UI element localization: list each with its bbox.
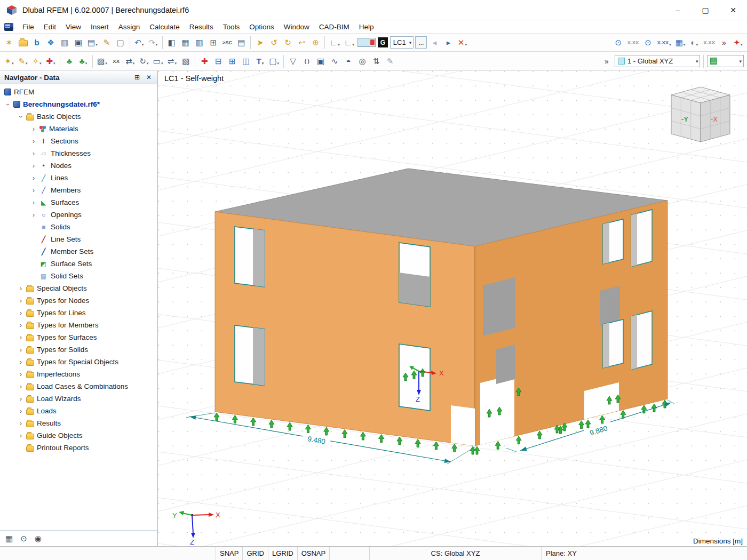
report-icon[interactable]: ▤ — [235, 36, 248, 50]
tree-item-types-for-nodes[interactable]: ›Types for Nodes — [0, 294, 157, 307]
tree-item-members[interactable]: ›╱Members — [0, 184, 157, 196]
generate-nodes-icon[interactable]: ♣ — [63, 54, 76, 68]
tree-item-thicknesses[interactable]: ›▱Thicknesses — [0, 147, 157, 159]
model-viewport[interactable]: 9.480 9.880 — [158, 71, 747, 546]
camera-icon[interactable]: ◉ — [35, 534, 42, 543]
chevron-right-icon[interactable]: › — [17, 297, 25, 305]
chevron-down-icon[interactable]: ▾ — [696, 59, 698, 64]
menu-tools[interactable]: Tools — [218, 20, 245, 34]
chevron-right-icon[interactable]: › — [30, 174, 37, 182]
tree-item-lines[interactable]: ›╱Lines — [0, 172, 157, 184]
save-icon[interactable]: ▣ — [72, 36, 85, 50]
menu-cad-bim[interactable]: CAD-BIM — [314, 20, 354, 34]
shift-objects-icon[interactable]: ▨▾ — [96, 54, 109, 68]
chevron-right-icon[interactable]: › — [30, 162, 37, 170]
chevron-right-icon[interactable]: › — [17, 358, 25, 366]
chevron-down-icon[interactable]: ▾ — [142, 43, 144, 49]
chevron-right-icon[interactable]: › — [17, 334, 25, 341]
window-opening[interactable] — [235, 325, 265, 386]
previous-view-icon[interactable]: ↩ — [295, 36, 308, 50]
chevron-right-icon[interactable]: › — [17, 395, 25, 403]
scale-icon[interactable]: ▭▾ — [152, 54, 165, 68]
mirror-icon[interactable]: ⇌▾ — [165, 54, 178, 68]
cloud-icon[interactable]: b — [30, 36, 43, 50]
brush-icon[interactable]: ✎ — [384, 54, 396, 68]
numbering-values-icon[interactable]: X.XX▾ — [655, 36, 672, 50]
chevron-down-icon[interactable]: ▾ — [147, 61, 149, 68]
chevron-down-icon[interactable]: ▾ — [262, 61, 264, 68]
dimension-aligned-icon[interactable]: ⊞ — [226, 54, 239, 68]
calculate-icon[interactable]: ✦▾ — [732, 36, 744, 50]
delete-loads-icon[interactable]: ✕▾ — [456, 36, 468, 50]
visibility-eye-icon[interactable]: ⊙ — [20, 534, 27, 543]
rfem-menu-icon[interactable] — [4, 23, 13, 31]
close-panel-icon[interactable]: ✕ — [144, 74, 154, 81]
chevron-down-icon[interactable]: ▾ — [352, 43, 354, 49]
paste-icon[interactable]: ▥ — [58, 36, 71, 50]
menu-view[interactable]: View — [61, 20, 86, 34]
renumber-icon[interactable]: XX — [110, 54, 123, 68]
chevron-down-icon[interactable]: ▾ — [338, 43, 340, 49]
undo-icon[interactable]: ↶▾ — [133, 36, 146, 50]
rotate-ccw-icon[interactable]: ↺ — [267, 36, 280, 50]
bim-link-icon[interactable]: ❖ — [44, 36, 57, 50]
menu-assign[interactable]: Assign — [114, 20, 145, 34]
tree-item-basic-objects[interactable]: ›Basic Objects — [0, 110, 157, 123]
tree-item-types-for-lines[interactable]: ›Types for Lines — [0, 307, 157, 319]
tree-item-loads[interactable]: ›Loads — [0, 405, 157, 417]
render-mode-icon[interactable]: ◐▾ — [688, 36, 701, 50]
window-opening[interactable] — [631, 210, 652, 267]
sc-table-icon[interactable]: >SC — [221, 36, 234, 50]
dimension-linear-icon[interactable]: ⊟ — [212, 54, 225, 68]
menu-results[interactable]: Results — [185, 20, 218, 34]
status-toggle-lgrid[interactable]: LGRID — [268, 547, 298, 560]
chevron-right-icon[interactable]: › — [17, 371, 25, 378]
show-numbering-icon[interactable]: ⊙ — [641, 36, 654, 50]
tree-item-types-for-solids[interactable]: ›Types for Solids — [0, 343, 157, 356]
tree-item-solids[interactable]: ■Solids — [0, 221, 157, 233]
section-plane-icon[interactable]: ( ) — [300, 54, 313, 68]
dimension-angular-icon[interactable]: ◫ — [240, 54, 252, 68]
door-opening[interactable] — [451, 405, 475, 446]
tree-item-model-file[interactable]: ›Berechnungsdatei.rf6* — [0, 98, 157, 110]
tree-item-load-cases-combinations[interactable]: ›Load Cases & Combinations — [0, 380, 157, 393]
chevron-right-icon[interactable]: › — [17, 432, 25, 439]
snap-mode-icon[interactable]: ✧▾ — [30, 54, 43, 68]
rotate-copy-icon[interactable]: ↻▾ — [138, 54, 150, 68]
sort-icon[interactable]: ⇅ — [370, 54, 383, 68]
previous-load-case-icon[interactable]: ◂ — [428, 36, 441, 50]
chevron-right-icon[interactable]: › — [17, 407, 25, 415]
workplane-icon[interactable]: ∟▾ — [328, 36, 341, 50]
dock-panel-icon[interactable]: ⊞ — [132, 74, 142, 81]
chevron-down-icon[interactable]: ▾ — [741, 43, 743, 49]
chevron-right-icon[interactable]: › — [30, 125, 37, 133]
chevron-down-icon[interactable]: ▾ — [156, 43, 158, 49]
door-opening[interactable] — [480, 374, 514, 445]
window-opening[interactable] — [631, 311, 652, 370]
tree-item-imperfections[interactable]: ›Imperfections — [0, 368, 157, 380]
status-work-plane[interactable]: Plane: XY — [542, 547, 747, 560]
chevron-right-icon[interactable]: › — [30, 150, 37, 157]
extrude-icon[interactable]: ▧ — [179, 54, 192, 68]
chevron-down-icon[interactable]: ▾ — [12, 61, 14, 68]
menu-edit[interactable]: Edit — [39, 20, 61, 34]
chevron-down-icon[interactable]: ▾ — [669, 43, 671, 49]
tree-item-load-wizards[interactable]: ›Load Wizards — [0, 393, 157, 405]
tree-item-sections[interactable]: ›ISections — [0, 135, 157, 147]
move-copy-icon[interactable]: ⇄▾ — [124, 54, 137, 68]
deformation-icon[interactable]: ∿ — [328, 54, 341, 68]
tree-item-types-for-members[interactable]: ›Types for Members — [0, 319, 157, 331]
window-opening[interactable] — [603, 219, 623, 264]
plane-color-swatch[interactable] — [357, 38, 376, 47]
orbit-view-icon[interactable]: ↻ — [281, 36, 294, 50]
load-case-select[interactable]: LC1▾ — [390, 36, 414, 49]
camera-path-icon[interactable]: ◎ — [356, 54, 369, 68]
axis-cross-icon[interactable]: ✚▾ — [44, 54, 57, 68]
chevron-down-icon[interactable]: ▾ — [174, 61, 177, 68]
chevron-down-icon[interactable]: ▾ — [696, 43, 698, 49]
chevron-right-icon[interactable]: › — [30, 211, 37, 219]
chevron-down-icon[interactable]: ▾ — [465, 43, 467, 49]
tree-item-line-sets[interactable]: ╱Line Sets — [0, 233, 157, 245]
chevron-right-icon[interactable]: › — [30, 138, 37, 145]
menu-file[interactable]: File — [18, 20, 39, 34]
